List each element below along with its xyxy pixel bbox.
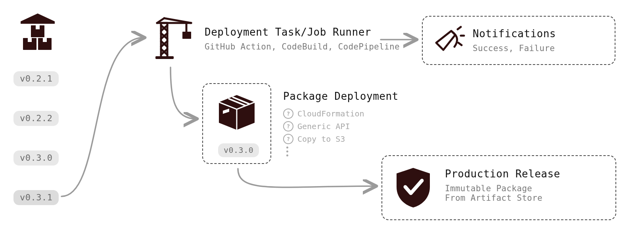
megaphone-icon (432, 24, 466, 57)
production-release-title: Production Release (445, 168, 560, 180)
svg-rect-20 (155, 56, 174, 59)
runner-subtitle: GitHub Action, CodeBuild, CodePipeline (205, 42, 400, 51)
deployment-option: ?Copy to S3 (283, 134, 399, 144)
svg-line-22 (458, 27, 461, 29)
production-release-box: Production Release Immutable Package Fro… (381, 155, 616, 220)
selected-version-badge: v0.3.0 (218, 143, 259, 157)
deployment-option: ?Generic API (283, 121, 399, 131)
version-badge: v0.3.1 (13, 190, 59, 205)
warehouse-icon (16, 12, 59, 51)
notifications-box: Notifications Success, Failure (422, 16, 615, 65)
svg-rect-4 (28, 38, 32, 42)
package-deployment-title: Package Deployment (283, 90, 399, 102)
notifications-subtitle: Success, Failure (473, 44, 555, 53)
package-icon (215, 91, 259, 131)
question-icon: ? (283, 134, 293, 144)
deployment-option-label: Generic API (297, 122, 350, 131)
deployment-option-label: Copy to S3 (297, 134, 345, 144)
svg-rect-6 (43, 38, 47, 42)
package-deployment-details: Package Deployment ?CloudFormation ?Gene… (283, 90, 399, 156)
svg-marker-0 (21, 13, 55, 24)
shield-check-icon (393, 166, 433, 209)
production-release-line1: Immutable Package (445, 184, 532, 193)
version-badge: v0.3.0 (13, 150, 59, 166)
package-box: v0.3.0 (202, 83, 271, 164)
svg-line-24 (458, 43, 462, 45)
svg-rect-19 (182, 32, 191, 39)
question-icon: ? (283, 108, 293, 119)
runner-title: Deployment Task/Job Runner (205, 26, 371, 38)
deployment-option-label: CloudFormation (297, 109, 364, 118)
production-release-line2: From Artifact Store (445, 193, 542, 203)
deployment-option: ?CloudFormation (283, 108, 399, 119)
version-badge: v0.2.1 (13, 71, 59, 86)
svg-rect-2 (36, 25, 40, 29)
crane-icon (154, 16, 194, 59)
svg-marker-21 (436, 31, 455, 50)
question-icon: ? (283, 121, 293, 131)
version-badge: v0.2.2 (13, 111, 59, 126)
notifications-title: Notifications (473, 28, 556, 40)
ellipsis-vertical-icon (286, 147, 399, 156)
